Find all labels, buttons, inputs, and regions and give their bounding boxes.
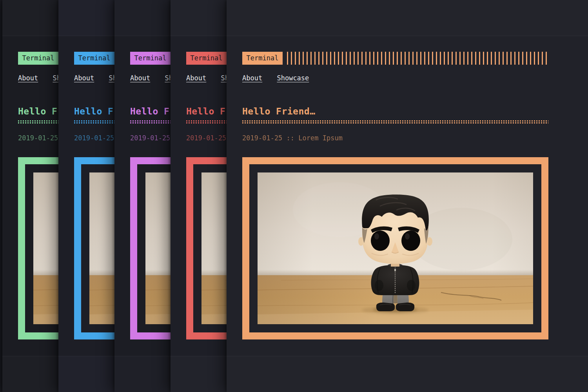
theme-panel-orange: Terminal About Showcase Hello Friend… 20…: [227, 0, 588, 392]
nav-link-about[interactable]: About: [186, 74, 206, 82]
nav-link-showcase[interactable]: Showcase: [277, 74, 309, 82]
site-header: Terminal: [242, 52, 548, 65]
terminal-logo-badge[interactable]: Terminal: [74, 52, 114, 65]
page-band: Terminal About Showcase Hello Friend… 20…: [227, 36, 588, 356]
header-decoration-bars: [287, 52, 548, 65]
nav-link-about[interactable]: About: [18, 74, 38, 82]
post-title: Hello Friend…: [242, 107, 548, 116]
terminal-logo-badge[interactable]: Terminal: [18, 52, 58, 65]
nav-link-about[interactable]: About: [242, 74, 262, 82]
terminal-logo-badge[interactable]: Terminal: [130, 52, 171, 65]
page-container: Terminal About Showcase Hello Friend… 20…: [242, 52, 548, 339]
site-nav: About Showcase: [242, 74, 548, 82]
top-strip: [227, 0, 588, 36]
framed-image: [242, 157, 548, 339]
theme-showcase-composite: Terminal About Showcase Hello Friend… 20…: [0, 0, 588, 392]
bottom-strip: [227, 356, 588, 392]
terminal-logo-badge[interactable]: Terminal: [186, 52, 227, 65]
post-meta: 2019-01-25 :: Lorem Ipsum: [242, 134, 548, 142]
nav-link-about[interactable]: About: [130, 74, 150, 82]
nav-link-about[interactable]: About: [74, 74, 94, 82]
showcase-photo: [258, 172, 533, 324]
post-title-divider: [242, 120, 548, 123]
terminal-logo-badge[interactable]: Terminal: [242, 52, 283, 65]
